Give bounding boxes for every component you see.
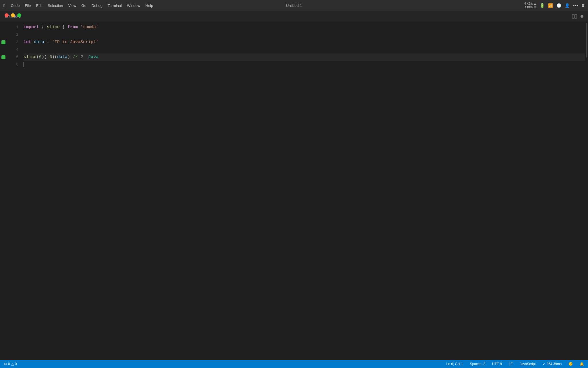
menu-go[interactable]: Go	[79, 3, 88, 9]
token-data-arg: data	[57, 53, 67, 61]
bp-slot-5	[1, 53, 5, 61]
warning-icon: △	[11, 362, 14, 366]
code-line-6	[24, 61, 585, 68]
cursor-position[interactable]: Ln 6, Col 1	[445, 362, 464, 366]
encoding[interactable]: UTF-8	[491, 362, 503, 366]
network-up: 4 KB/s ▲	[524, 2, 536, 5]
apple-icon: 	[3, 3, 5, 8]
breakpoint-5	[1, 55, 5, 59]
code-line-3: let data = 'FP in JavaScript'	[24, 39, 585, 46]
code-line-4	[24, 46, 585, 53]
status-bar: ⊗ 0 △ 0 Ln 6, Col 1 Spaces: 2 UTF-8 LF J…	[0, 360, 588, 368]
user-icon: 👤	[565, 3, 570, 8]
scrollbar-thumb[interactable]	[586, 23, 587, 57]
bell-icon: 🔔	[580, 362, 584, 366]
line-ending[interactable]: LF	[508, 362, 514, 366]
token-num-neg6: -6	[47, 53, 52, 61]
code-editor[interactable]: import { slice } from 'ramda' let data =…	[21, 22, 585, 360]
error-status[interactable]: ⊗ 0 △ 0	[3, 362, 18, 366]
unsaved-indicator	[581, 15, 583, 18]
smiley-icon: 🙂	[568, 362, 573, 366]
language-mode[interactable]: JavaScript	[519, 362, 537, 366]
breakpoint-3	[1, 40, 5, 44]
token-paren2: )(	[42, 53, 47, 61]
notification-icon[interactable]: 🔔	[579, 362, 585, 366]
error-icon: ⊗	[4, 362, 7, 366]
title-bar-left:  Code File Edit Selection View Go Debug…	[3, 3, 155, 9]
token-brace-close: }	[60, 24, 67, 31]
breakpoint-gutter	[0, 22, 7, 360]
battery-icon: 🔋	[540, 3, 545, 8]
indentation[interactable]: Spaces: 2	[469, 362, 486, 366]
token-num-6: 6	[39, 53, 42, 61]
menu-terminal[interactable]: Terminal	[105, 3, 124, 9]
token-space2	[78, 24, 80, 31]
window-bar: Untitled-1	[0, 11, 588, 22]
status-bar-left: ⊗ 0 △ 0	[3, 362, 18, 366]
line-num-2: 2	[16, 31, 18, 39]
clock-icon: 🕐	[556, 3, 561, 8]
editor-container: 1 2 3 4 5 6 import { slice } from 'ramda…	[0, 22, 588, 360]
list-icon: ☰	[582, 4, 585, 7]
warning-count: 0	[15, 362, 17, 366]
code-line-5: slice ( 6 )( -6 )( data ) // ? Java	[24, 53, 585, 61]
code-line-2	[24, 31, 585, 39]
text-cursor	[24, 62, 24, 67]
menu-help[interactable]: Help	[143, 3, 155, 9]
token-paren4: )	[67, 53, 70, 61]
line-num-1: 1	[16, 24, 18, 31]
status-bar-right: Ln 6, Col 1 Spaces: 2 UTF-8 LF JavaScrip…	[445, 362, 585, 366]
window-bar-right	[572, 14, 583, 19]
svg-rect-1	[575, 14, 577, 18]
token-import: import	[24, 24, 39, 31]
line-num-5: 5	[16, 53, 18, 61]
minimize-button[interactable]	[11, 13, 15, 17]
token-string-ramda: 'ramda'	[80, 24, 98, 31]
line-numbers: 1 2 3 4 5 6	[7, 22, 21, 360]
token-paren3: )(	[52, 53, 57, 61]
menu-debug[interactable]: Debug	[89, 3, 105, 9]
more-icon: •••	[573, 3, 578, 8]
code-line-1: import { slice } from 'ramda'	[24, 24, 585, 31]
title-bar:  Code File Edit Selection View Go Debug…	[0, 0, 588, 11]
title-bar-right: 4 KB/s ▲ 1 KB/s ▽ 🔋 📶 🕐 👤 ••• ☰	[524, 2, 585, 9]
token-data-var: data	[34, 39, 44, 46]
scrollbar[interactable]	[585, 22, 588, 360]
token-space3	[31, 39, 34, 46]
token-string-fp: 'FP in JavaScript'	[52, 39, 98, 46]
token-question: ?	[80, 53, 88, 61]
token-space	[39, 24, 42, 31]
window-title: Untitled-1	[286, 3, 302, 8]
menu-selection[interactable]: Selection	[45, 3, 65, 9]
menu-items: Code File Edit Selection View Go Debug T…	[8, 3, 155, 9]
token-assign: =	[44, 39, 52, 46]
token-let: let	[24, 39, 31, 46]
network-stats: 4 KB/s ▲ 1 KB/s ▽	[524, 2, 536, 9]
menu-view[interactable]: View	[66, 3, 78, 9]
close-button[interactable]	[5, 13, 9, 17]
menu-window[interactable]: Window	[125, 3, 142, 9]
line-num-3: 3	[16, 39, 18, 46]
error-count: 0	[8, 362, 10, 366]
token-from: from	[67, 24, 78, 31]
menu-file[interactable]: File	[23, 3, 33, 9]
check-timing: ✓ 264.39ms	[541, 362, 563, 366]
wifi-icon: 📶	[548, 3, 553, 8]
token-brace-open: {	[42, 24, 47, 31]
split-editor-icon[interactable]	[572, 14, 577, 19]
maximize-button[interactable]	[17, 13, 21, 17]
network-down: 1 KB/s ▽	[524, 5, 536, 9]
feedback-icon[interactable]: 🙂	[567, 362, 574, 366]
token-paren1: (	[36, 53, 39, 61]
token-comment-slash: //	[70, 53, 80, 61]
traffic-lights	[5, 13, 21, 17]
token-slice: slice	[47, 24, 60, 31]
line-num-4: 4	[16, 46, 18, 53]
menu-edit[interactable]: Edit	[34, 3, 45, 9]
svg-rect-0	[572, 14, 574, 18]
line-num-6: 6	[16, 61, 18, 68]
token-slice-call: slice	[24, 53, 36, 61]
menu-code[interactable]: Code	[8, 3, 22, 9]
token-java: Java	[88, 53, 98, 61]
bp-slot-3	[1, 39, 5, 46]
